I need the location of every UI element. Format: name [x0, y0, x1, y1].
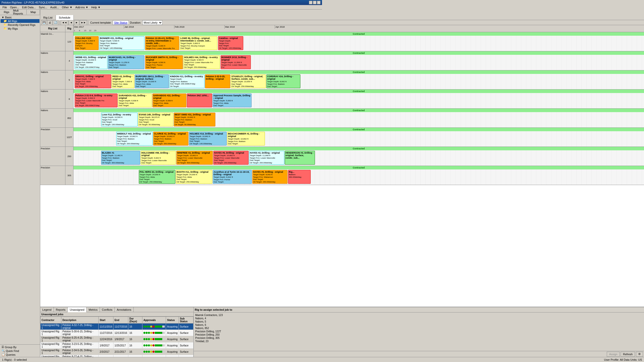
menu-other[interactable]: Other ▼	[60, 5, 74, 10]
menu-file[interactable]: File	[1, 5, 9, 10]
row-label-nabors6: Nabors	[40, 89, 65, 108]
toolbar-nav-next[interactable]: ►	[74, 20, 79, 25]
contracted-bar-maersk: Contracted	[73, 32, 322, 36]
tab-schedule[interactable]: Schedule	[56, 15, 74, 20]
minimize-button[interactable]: _	[309, 1, 312, 4]
job-burford[interactable]: BURFORD 29#11, Drilling - original, Surf…	[135, 74, 169, 88]
toolbar-nav-last[interactable]: ►►	[80, 20, 87, 25]
job-peloton2315[interactable]: Peloton 2-31-5-9, Drilling - re-entry Ta…	[75, 94, 117, 107]
job-best-swid[interactable]: BEST SWID #31, Drilling - original Targe…	[174, 113, 215, 126]
job-gray1[interactable]: GRAY#1, Drilling - original Target Depth…	[75, 74, 111, 88]
job-holmes44[interactable]: HOLMES #44, Drilling - re-entry Target D…	[183, 55, 220, 69]
duration-select[interactable]: Most Likely Best Case Worst Case	[142, 20, 163, 25]
job-rig305-last[interactable]: Rig... Bakken360.00bbl/day	[288, 170, 311, 181]
month-dec2017: Dec 2017	[73, 25, 124, 29]
job-approval-process[interactable]: Approval Process Sample, Drilling - orig…	[213, 94, 252, 107]
toolbar-print-button[interactable]: 🖨	[47, 20, 52, 25]
duration-label: Duration:	[129, 21, 142, 24]
job-beachcomber2[interactable]: BEACHCOMBER #2, Drilling - original Targ…	[227, 132, 265, 146]
row-label-nabors4: Nabors	[40, 51, 65, 70]
toolbar-nav-prev[interactable]: ◄	[69, 20, 74, 25]
toolbar-refresh-button[interactable]: 🔄	[53, 20, 58, 25]
tab-mult-reports[interactable]: Mult Reports	[13, 10, 27, 15]
job-collins123[interactable]: COLLINS #123 Target Depth: 5,500 ftTarge…	[75, 36, 99, 50]
job-booth11[interactable]: BOOTH #11, Drilling - original Target De…	[176, 170, 212, 181]
close-button[interactable]: ×	[317, 1, 320, 4]
tree-label-recently-opened: Recently Opened Rigs	[8, 23, 35, 26]
menu-audit[interactable]: Audit...	[49, 5, 60, 10]
menu-addins[interactable]: Add-ins ▼	[74, 5, 90, 10]
rig-count-precision305: 305	[65, 166, 73, 181]
tree-item-my-rigs[interactable]: 📁 My Rigs	[1, 27, 39, 30]
schedule-body: Maersk Co... 123 Contracted COLLINS #123…	[40, 32, 322, 181]
job-sarandos22[interactable]: SARANDOS #22, Drilling - original Target…	[118, 94, 152, 107]
schedule-area: Rig List Rig Dec 2017 Jan 2018 Feb 2018 …	[40, 25, 322, 181]
contracted-bar-nabors5: Contracted	[73, 70, 322, 74]
menu-sync[interactable]: Sync...	[37, 5, 49, 10]
job-holmes14[interactable]: HOLMES #14, Drilling - original Target D…	[189, 132, 227, 146]
schedule-row-maersk: Maersk Co... 123 Contracted COLLINS #123…	[40, 32, 322, 51]
job-hayes86[interactable]: HAYES #6, Drilling - original Target Dep…	[213, 151, 249, 165]
job-evans24h[interactable]: EVANS 24h, Drilling - original Target De…	[138, 113, 173, 126]
tab-map[interactable]: Map	[27, 10, 40, 15]
tree-item-all-rigs[interactable]: 📁 All Rigs	[1, 19, 39, 23]
tree-label-basic: Basic	[5, 16, 12, 19]
contracted-bar-nabors4: Contracted	[73, 51, 322, 55]
rig-count-nabors4: 4	[65, 51, 73, 70]
rig-count-precision122t: 122T	[65, 128, 73, 147]
job-peloton2325[interactable]: Peloton 2-32-5-25, Drilling - original	[205, 74, 230, 88]
job-henderson3[interactable]: HENDERSON #3, Drilling - original, Surfa…	[285, 151, 315, 165]
folder-icon: 📁	[4, 19, 7, 23]
job-catalina[interactable]: Catalina - original Target Depth:Target …	[218, 36, 243, 50]
job-hayes45[interactable]: HAYES #5, Drilling - original Target Dep…	[252, 170, 288, 181]
tree-item-basic[interactable]: ▼ Basic	[1, 16, 39, 19]
maximize-button[interactable]: □	[313, 1, 316, 4]
job-reed2[interactable]: REED #2, Drilling - original Target Dept…	[112, 74, 134, 88]
toolbar-save-button[interactable]: 💾	[41, 20, 47, 25]
tree-label-my-rigs: My Rigs	[8, 27, 18, 30]
folder-icon-2: 📁	[4, 23, 7, 26]
schedule-row-precision122t: Precision 122T Contracted WIEBOLT #43, D…	[40, 128, 322, 147]
tab-rigs[interactable]: Rigs	[0, 10, 13, 15]
template-link[interactable]: Site Status	[113, 20, 129, 25]
job-lowe86[interactable]: LOWE 86, Drilling - original, Intermedia…	[180, 36, 217, 50]
row-label-nabors5: Nabors	[40, 70, 65, 89]
menu-help[interactable]: Help ▼	[90, 5, 102, 10]
job-holcombe99[interactable]: HOLCOMBE #99, Drilling - original Target…	[141, 151, 176, 165]
tab-rig-list[interactable]: Rig List	[40, 15, 56, 20]
job-winfree2[interactable]: WINFREE #2, Drilling - original Target D…	[176, 151, 213, 165]
job-peloton2nz[interactable]: Peloton 2NZ 10/91...	[187, 94, 212, 107]
timeline-row-nabors5: Contracted GRAY#1, Drilling - original T…	[73, 70, 322, 89]
job-pol-hers63[interactable]: POL HERS 63, Drilling - original Target …	[139, 170, 175, 181]
timeline-row-nabors4: Contracted WEBB #21, Drilling - original…	[73, 51, 322, 70]
job-blazek1[interactable]: BLAZEK #1 Target Depth: 11,462 ftTarget …	[101, 151, 140, 165]
day-8: 8	[78, 29, 84, 32]
job-kindon11[interactable]: KINDON #11, Drilling - re-entry Target D…	[169, 74, 205, 88]
tree-item-recently-opened[interactable]: 📁 Recently Opened Rigs	[1, 23, 39, 27]
job-wiebolt43[interactable]: WIEBOLT #43, Drilling - original Target …	[116, 132, 153, 146]
job-love12[interactable]: Love F12, Drilling - re-entry Target Dep…	[101, 113, 138, 126]
job-acanthus[interactable]: Acanthus at al Turim 16-11-18-19, Drilli…	[213, 170, 252, 181]
job-hayes2[interactable]: HAYES #2, Drilling - original Target Dep…	[249, 151, 284, 165]
job-webb21[interactable]: WEBB #21, Drilling - original Target Dep…	[75, 55, 107, 69]
main-tab-bar: Rig List Schedule	[40, 15, 322, 20]
timeline-row-maersk: Contracted COLLINS #123 Target Depth: 5,…	[73, 32, 322, 51]
row-label-precision122t: Precision	[40, 128, 65, 147]
job-cordray24[interactable]: CORDRAY #24, Drilling - original Target …	[266, 74, 300, 88]
job-buckner[interactable]: BUCKNER SMITH #1, Drilling - original Ta…	[145, 55, 183, 69]
schedule-row-nabors4: Nabors 4 Contracted WEBB #21, Drilling -…	[40, 51, 322, 70]
job-standley[interactable]: STANDLEY, Drilling - original, Surface, …	[231, 74, 266, 88]
job-mcmichael4[interactable]: McMICHAEL #4, Drilling - original Target…	[108, 55, 144, 69]
job-clarke2[interactable]: CLARKE #2, Drilling - original Target De…	[153, 132, 188, 146]
contracted-bar-nabors6: Contracted	[73, 89, 322, 93]
month-apr2018: Apr 2018	[275, 25, 322, 29]
toolbar-nav-first[interactable]: ◄◄	[61, 20, 68, 25]
job-bonner21[interactable]: BONNER #21, Drilling - original Target D…	[99, 36, 144, 50]
job-peloton1226[interactable]: Peloton 12-26-4-5, Drilling - re-entry, …	[145, 36, 179, 50]
rig-col-header: Rig	[65, 25, 73, 32]
schedule-row-precision250: Precision 250 Contracted BLAZEK #1 Targe…	[40, 147, 322, 166]
job-sarandos22b[interactable]: SARANDOS #22, Drilling - original Target…	[152, 94, 186, 107]
job-bonner210[interactable]: BONNER 2#10, Drilling - original Target …	[221, 55, 251, 69]
menu-open[interactable]: Open...	[9, 5, 21, 10]
menu-edit-data[interactable]: Edit Data...	[21, 5, 37, 10]
